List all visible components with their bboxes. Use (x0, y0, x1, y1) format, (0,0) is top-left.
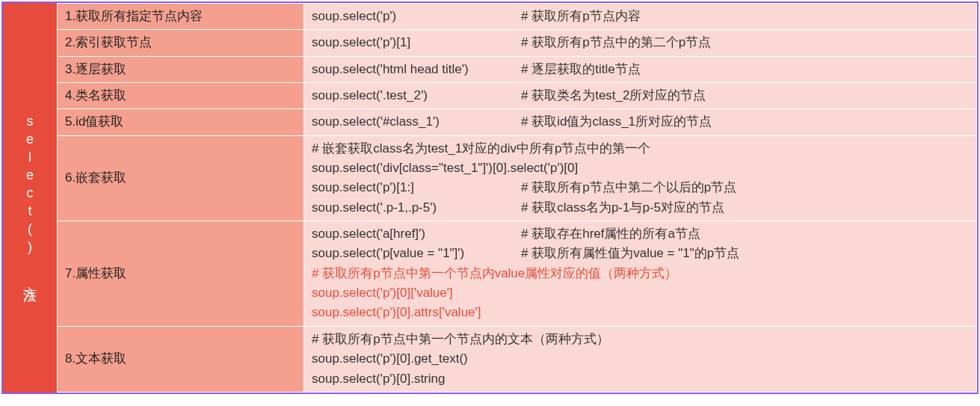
code-line: soup.select('#class_1')# 获取id值为class_1所对… (312, 112, 969, 132)
code-snippet: soup.select('.test_2') (312, 86, 521, 105)
code-comment: # 获取class名为p-1与p-5对应的节点 (521, 200, 724, 215)
sidebar-header: select() 方法 (3, 3, 57, 393)
row-label: 2.索引获取节点 (58, 30, 304, 56)
code-line: soup.select('p')[1:]# 获取所有p节点中第二个以后的p节点 (312, 178, 969, 197)
code-text: # 获取所有p节点中第一个节点内的文本（两种方式） (312, 332, 609, 346)
code-line: soup.select('p')[1]# 获取所有p节点中的第二个p节点 (312, 33, 969, 52)
code-snippet: soup.select('p')[1:] (312, 178, 521, 197)
code-comment: # 获取存在href属性的所有a节点 (521, 227, 700, 241)
code-comment: # 逐层获取的title节点 (521, 62, 641, 76)
code-line: soup.select('a[href]')# 获取存在href属性的所有a节点 (312, 224, 969, 244)
code-snippet: soup.select('a[href]') (312, 224, 521, 244)
table-row: 8.文本获取# 获取所有p节点中第一个节点内的文本（两种方式）soup.sele… (58, 326, 977, 392)
code-snippet: soup.select('p') (312, 7, 521, 26)
sidebar-title: select() 方法 (21, 114, 39, 281)
code-line: soup.select('p')# 获取所有p节点内容 (312, 7, 969, 26)
row-label: 4.类名获取 (58, 83, 304, 109)
code-snippet: soup.select('p')[1] (312, 33, 521, 52)
code-text: # 嵌套获取class名为test_1对应的div中所有p节点中的第一个 (312, 141, 650, 156)
code-comment: # 获取所有p节点中的第二个p节点 (521, 35, 711, 49)
table-wrapper: select() 方法 1.获取所有指定节点内容soup.select('p')… (1, 1, 979, 394)
code-line: # 获取所有p节点中第一个节点内的文本（两种方式） (312, 330, 969, 349)
row-code: # 获取所有p节点中第一个节点内的文本（两种方式）soup.select('p'… (304, 326, 977, 392)
code-comment: # 获取类名为test_2所对应的节点 (521, 88, 706, 102)
row-label: 3.逐层获取 (58, 56, 304, 82)
code-comment: # 获取id值为class_1所对应的节点 (521, 114, 712, 129)
code-line: # 获取所有p节点中第一个节点内value属性对应的值（两种方式） (312, 264, 969, 283)
table-row: 1.获取所有指定节点内容soup.select('p')# 获取所有p节点内容 (58, 4, 977, 30)
row-label: 1.获取所有指定节点内容 (58, 4, 304, 30)
method-table: 1.获取所有指定节点内容soup.select('p')# 获取所有p节点内容2… (57, 3, 977, 393)
table-row: 4.类名获取soup.select('.test_2')# 获取类名为test_… (58, 83, 977, 109)
code-line: # 嵌套获取class名为test_1对应的div中所有p节点中的第一个 (312, 139, 969, 159)
row-label: 8.文本获取 (58, 326, 304, 392)
row-code: soup.select('a[href]')# 获取存在href属性的所有a节点… (304, 221, 977, 327)
code-line: soup.select('p')[0].attrs['value'] (312, 303, 969, 322)
table-row: 3.逐层获取soup.select('html head title')# 逐层… (58, 56, 977, 82)
code-line: soup.select('div[class="test_1"]')[0].se… (312, 159, 969, 178)
table-row: 7.属性获取soup.select('a[href]')# 获取存在href属性… (58, 221, 977, 327)
code-line: soup.select('.test_2')# 获取类名为test_2所对应的节… (312, 86, 969, 105)
row-code: # 嵌套获取class名为test_1对应的div中所有p节点中的第一个soup… (304, 135, 977, 221)
code-snippet: soup.select('#class_1') (312, 112, 521, 132)
code-comment: # 获取所有p节点中第二个以后的p节点 (521, 180, 736, 194)
code-line: soup.select('.p-1,.p-5')# 获取class名为p-1与p… (312, 198, 969, 218)
row-label: 6.嵌套获取 (58, 135, 304, 221)
table-row: 2.索引获取节点soup.select('p')[1]# 获取所有p节点中的第二… (58, 30, 977, 56)
row-label: 5.id值获取 (58, 109, 304, 135)
row-code: soup.select('p')# 获取所有p节点内容 (304, 4, 977, 30)
row-code: soup.select('p')[1]# 获取所有p节点中的第二个p节点 (304, 30, 977, 56)
code-text: soup.select('p')[0].attrs['value'] (312, 305, 481, 319)
code-snippet: soup.select('p[value = "1"]') (312, 244, 521, 263)
code-comment: # 获取所有p节点内容 (521, 9, 641, 23)
code-text: soup.select('p')[0].get_text() (312, 351, 468, 366)
code-text: soup.select('div[class="test_1"]')[0].se… (312, 161, 578, 175)
row-code: soup.select('html head title')# 逐层获取的tit… (304, 56, 977, 82)
code-text: soup.select('p')[0]['value'] (312, 286, 453, 300)
row-label: 7.属性获取 (58, 221, 304, 327)
table-row: 5.id值获取soup.select('#class_1')# 获取id值为cl… (58, 109, 977, 135)
code-line: soup.select('p[value = "1"]')# 获取所有属性值为v… (312, 244, 969, 263)
code-line: soup.select('p')[0].string (312, 369, 969, 389)
code-line: soup.select('p')[0].get_text() (312, 349, 969, 369)
row-code: soup.select('.test_2')# 获取类名为test_2所对应的节… (304, 83, 977, 109)
code-line: soup.select('html head title')# 逐层获取的tit… (312, 60, 969, 79)
code-text: # 获取所有p节点中第一个节点内value属性对应的值（两种方式） (312, 266, 677, 280)
code-snippet: soup.select('.p-1,.p-5') (312, 198, 521, 218)
code-line: soup.select('p')[0]['value'] (312, 283, 969, 303)
code-comment: # 获取所有属性值为value = "1"的p节点 (521, 246, 739, 260)
content-area: 1.获取所有指定节点内容soup.select('p')# 获取所有p节点内容2… (57, 3, 977, 393)
row-code: soup.select('#class_1')# 获取id值为class_1所对… (304, 109, 977, 135)
code-snippet: soup.select('html head title') (312, 60, 521, 79)
code-text: soup.select('p')[0].string (312, 372, 445, 386)
table-row: 6.嵌套获取# 嵌套获取class名为test_1对应的div中所有p节点中的第… (58, 135, 977, 221)
